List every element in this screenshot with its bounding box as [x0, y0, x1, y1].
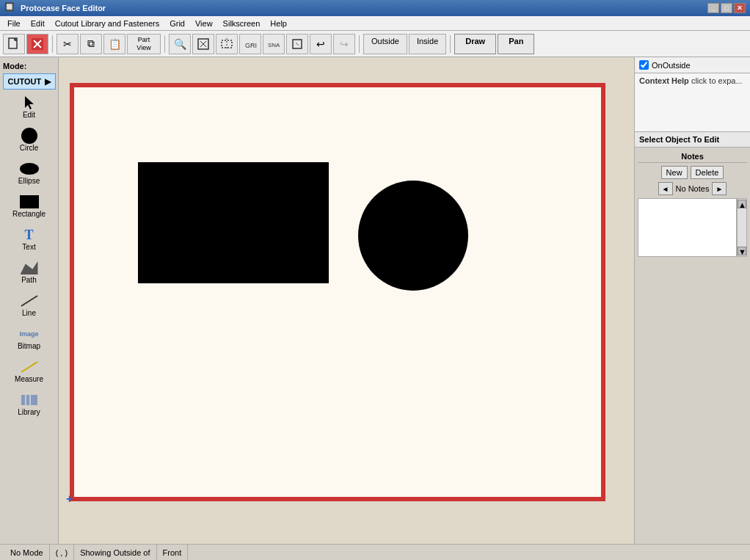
svg-marker-16 — [25, 96, 34, 109]
status-face: Front — [157, 545, 189, 560]
on-outside-checkbox[interactable] — [639, 60, 649, 70]
scrollbar-track — [738, 209, 746, 246]
notes-next-button[interactable]: ► — [712, 182, 727, 195]
ellipse-icon — [18, 161, 41, 177]
menu-cutout-library[interactable]: Cutout Library and Fasteners — [51, 18, 164, 29]
redo-button[interactable]: ↪ — [333, 34, 355, 54]
notes-buttons: New Delete — [638, 166, 747, 179]
context-help-expand[interactable]: click to expa... — [691, 76, 743, 85]
zoom-sel-button[interactable] — [216, 34, 238, 54]
new-button[interactable] — [3, 34, 25, 54]
measure-icon — [18, 359, 41, 375]
tool-rectangle-label: Rectangle — [12, 210, 45, 218]
svg-rect-19 — [21, 395, 37, 405]
tool-bitmap-label: Bitmap — [18, 342, 40, 350]
status-coords: ( , ) — [50, 545, 75, 560]
context-help-section[interactable]: Context Help click to expa... — [635, 73, 750, 132]
shape-rectangle[interactable] — [138, 162, 329, 283]
outside-button[interactable]: Outside — [363, 34, 407, 54]
tool-ellipse[interactable]: Ellipse — [4, 157, 54, 189]
toolbar-separator-1 — [52, 35, 53, 53]
tool-rectangle[interactable]: Rectangle — [4, 190, 54, 222]
notes-delete-button[interactable]: Delete — [691, 166, 724, 179]
right-panel: OnOutside Context Help click to expa... … — [634, 57, 750, 544]
shape-circle[interactable] — [358, 181, 468, 291]
drawing-canvas[interactable]: + — [70, 83, 605, 501]
window-title: Protocase Face Editor — [21, 4, 707, 12]
tool-circle-label: Circle — [20, 144, 39, 152]
zoom-button[interactable]: 🔍 — [169, 34, 191, 54]
library-icon — [18, 392, 41, 408]
close-button[interactable]: ✕ — [734, 3, 746, 13]
bitmap-icon: Image — [18, 326, 41, 342]
tool-line[interactable]: Line — [4, 289, 54, 321]
inside-button[interactable]: Inside — [409, 34, 446, 54]
notes-new-button[interactable]: New — [661, 166, 688, 179]
mode-button[interactable]: CUTOUT ▶ — [3, 73, 56, 90]
on-outside-label[interactable]: OnOutside — [652, 61, 691, 70]
window-controls: _ □ ✕ — [707, 3, 746, 13]
grid-button[interactable]: GRID — [239, 34, 261, 54]
part-view-button[interactable]: PartView — [127, 34, 161, 54]
context-help-label: Context Help — [639, 76, 689, 85]
menu-help[interactable]: Help — [266, 18, 291, 29]
toolbar: ✂ ⧉ 📋 PartView 🔍 GRID SNAP ↩ ↪ Outside I… — [0, 31, 750, 57]
svg-line-15 — [296, 43, 299, 46]
draw-button[interactable]: Draw — [454, 34, 496, 54]
tool-path-label: Path — [21, 276, 37, 284]
tool-library[interactable]: Library — [4, 388, 54, 420]
scrollbar-up[interactable]: ▲ — [738, 200, 746, 208]
menu-bar: File Edit Cutout Library and Fasteners G… — [0, 16, 750, 31]
tool-edit[interactable]: Edit — [4, 91, 54, 123]
copy-button[interactable]: ⧉ — [80, 34, 102, 54]
status-bar: No Mode ( , ) Showing Outside of Front — [0, 544, 750, 560]
tool-path[interactable]: Path — [4, 256, 54, 288]
text-icon: T — [18, 227, 41, 243]
menu-grid[interactable]: Grid — [165, 18, 189, 29]
undo-button[interactable]: ↩ — [310, 34, 332, 54]
size-button[interactable] — [286, 34, 308, 54]
close-file-button[interactable] — [26, 34, 48, 54]
notes-prev-button[interactable]: ◄ — [658, 182, 673, 195]
tool-ellipse-label: Ellipse — [18, 177, 40, 185]
notes-no-notes: No Notes — [676, 184, 710, 193]
paste-button[interactable]: 📋 — [103, 34, 125, 54]
tool-library-label: Library — [18, 408, 40, 416]
svg-line-18 — [21, 362, 37, 372]
status-mode: No Mode — [4, 545, 50, 560]
cut-button[interactable]: ✂ — [57, 34, 79, 54]
mode-arrow-icon: ▶ — [45, 77, 51, 87]
toolbar-separator-2 — [164, 35, 165, 53]
svg-line-17 — [21, 296, 37, 306]
pan-button[interactable]: Pan — [498, 34, 534, 54]
zoom-fit-button[interactable] — [192, 34, 214, 54]
main-area: Mode: CUTOUT ▶ Edit Circle Ellipse — [0, 57, 750, 544]
maximize-button[interactable]: □ — [721, 3, 732, 13]
minimize-button[interactable]: _ — [707, 3, 719, 13]
edit-icon — [18, 95, 41, 111]
select-object-label: Select Object To Edit — [639, 135, 719, 144]
menu-file[interactable]: File — [3, 18, 25, 29]
tool-measure[interactable]: Measure — [4, 355, 54, 387]
canvas-area[interactable]: + — [59, 57, 634, 544]
notes-scrollbar[interactable]: ▲ ▼ — [737, 198, 747, 257]
menu-edit[interactable]: Edit — [26, 18, 49, 29]
tool-text-label: Text — [22, 243, 35, 251]
svg-text:SNAP: SNAP — [268, 42, 280, 48]
toolbar-separator-3 — [359, 35, 360, 53]
mode-label: Mode: — [0, 60, 58, 72]
svg-text:GRID: GRID — [245, 42, 257, 49]
notes-textarea[interactable] — [638, 198, 737, 257]
title-bar: 🔲 Protocase Face Editor _ □ ✕ — [0, 0, 750, 16]
tool-measure-label: Measure — [15, 375, 43, 383]
scrollbar-down[interactable]: ▼ — [738, 247, 746, 255]
menu-view[interactable]: View — [191, 18, 217, 29]
menu-silkscreen[interactable]: Silkscreen — [219, 18, 265, 29]
snap-button[interactable]: SNAP — [263, 34, 285, 54]
on-outside-section: OnOutside — [635, 57, 750, 73]
tool-bitmap[interactable]: Image Bitmap — [4, 322, 54, 354]
tool-circle[interactable]: Circle — [4, 124, 54, 156]
notes-nav: ◄ No Notes ► — [638, 182, 747, 195]
tool-text[interactable]: T Text — [4, 223, 54, 255]
rectangle-icon — [18, 194, 41, 210]
